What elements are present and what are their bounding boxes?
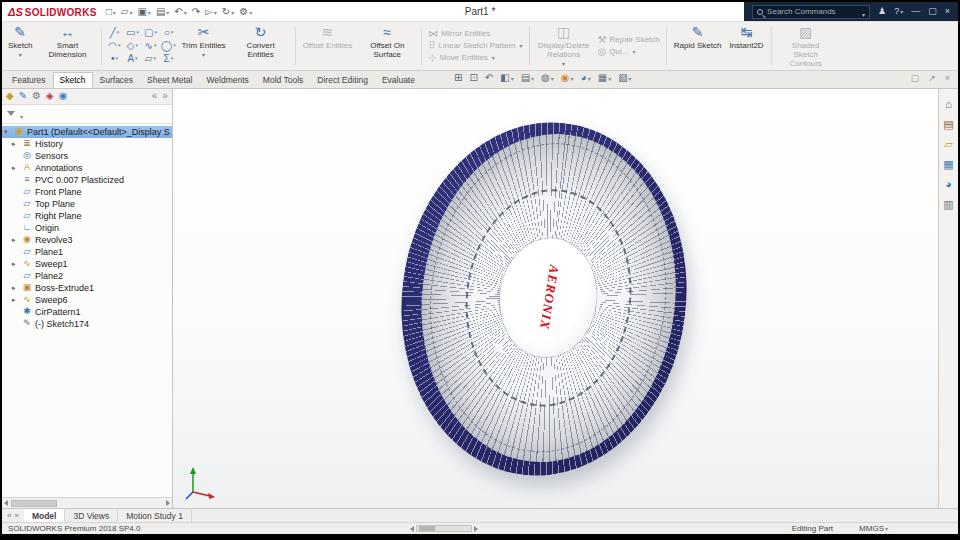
status-scrollbar[interactable] bbox=[410, 525, 478, 532]
undo-icon[interactable]: ↶ bbox=[173, 6, 187, 17]
tab-sketch[interactable]: Sketch bbox=[53, 72, 93, 88]
scene-icon[interactable]: ▦ bbox=[598, 73, 611, 83]
design-library-icon[interactable]: ▤ bbox=[943, 119, 953, 130]
equation-icon[interactable]: Σ bbox=[159, 52, 177, 65]
tree-item-plane2[interactable]: ▱Plane2 bbox=[2, 270, 172, 282]
redo-icon[interactable]: ↷ bbox=[191, 6, 201, 17]
tab-evaluate[interactable]: Evaluate bbox=[375, 72, 422, 88]
scroll-right-icon[interactable] bbox=[474, 526, 478, 532]
expander-icon[interactable] bbox=[12, 284, 19, 291]
previous-view-icon[interactable]: ↶ bbox=[485, 73, 493, 83]
tree-item-history[interactable]: ≣History bbox=[2, 138, 172, 150]
tree-item-pvc-0-007-plasticized[interactable]: ≡PVC 0.007 Plasticized bbox=[2, 174, 172, 186]
file-explorer-icon[interactable]: ▱ bbox=[944, 139, 952, 150]
scrollbar-thumb[interactable] bbox=[11, 500, 57, 507]
tab-sheet-metal[interactable]: Sheet Metal bbox=[140, 72, 199, 88]
panel-scroll-right-icon[interactable]: » bbox=[162, 91, 168, 101]
tree-item-front-plane[interactable]: ▱Front Plane bbox=[2, 186, 172, 198]
arc-icon[interactable]: ◠ bbox=[105, 39, 123, 52]
view-palette-icon[interactable]: ▦ bbox=[943, 159, 953, 170]
panel-scroll-left-icon[interactable]: « bbox=[152, 91, 158, 101]
point-icon[interactable]: • bbox=[105, 52, 123, 65]
bottom-tab-motion-study-1[interactable]: Motion Study 1 bbox=[118, 509, 192, 522]
expander-icon[interactable] bbox=[12, 164, 19, 171]
open-file-icon[interactable]: ▱ bbox=[120, 6, 134, 17]
dimxpert-manager-tab-icon[interactable]: ◈ bbox=[46, 91, 54, 101]
polygon-icon[interactable]: ◇ bbox=[123, 39, 141, 52]
scroll-left-icon[interactable] bbox=[4, 500, 8, 506]
filter-icon[interactable] bbox=[7, 111, 15, 116]
scrollbar-track[interactable] bbox=[416, 525, 472, 532]
tree-item-sensors[interactable]: ◎Sensors bbox=[2, 150, 172, 162]
text-icon[interactable]: A bbox=[123, 52, 141, 65]
move-entities-button[interactable]: ⊹ Move Entities bbox=[428, 53, 522, 63]
tab-mold-tools[interactable]: Mold Tools bbox=[256, 72, 310, 88]
filter-dropdown-icon[interactable] bbox=[19, 105, 23, 123]
expander-icon[interactable] bbox=[4, 128, 11, 135]
graphics-viewport[interactable]: AERONIX bbox=[173, 89, 938, 508]
tree-item-annotations[interactable]: AAnnotations bbox=[2, 162, 172, 174]
expander-icon[interactable] bbox=[12, 236, 19, 243]
display-pane-icon[interactable]: ▢ bbox=[911, 74, 920, 83]
trim-dropdown-icon[interactable] bbox=[202, 50, 205, 59]
circle-icon[interactable]: ○ bbox=[159, 26, 177, 39]
tree-item-revolve3[interactable]: ◉Revolve3 bbox=[2, 234, 172, 246]
trim-entities-button[interactable]: ✂ Trim Entities bbox=[177, 23, 229, 69]
linear-sketch-pattern-button[interactable]: ⠿ Linear Sketch Pattern bbox=[428, 41, 522, 51]
close-icon[interactable]: × bbox=[945, 7, 950, 16]
hide-show-icon[interactable]: ◉ bbox=[561, 73, 574, 83]
select-icon[interactable]: ▻ bbox=[204, 6, 218, 17]
options-icon[interactable]: ⚙ bbox=[238, 6, 253, 17]
resources-home-icon[interactable]: ⌂ bbox=[945, 99, 952, 110]
rapid-sketch-button[interactable]: ✎ Rapid Sketch bbox=[670, 23, 726, 69]
tree-item-boss-extrude1[interactable]: ▣Boss-Extrude1 bbox=[2, 282, 172, 294]
slot-icon[interactable]: ▢ bbox=[141, 26, 159, 39]
appearances-icon[interactable]: ◕ bbox=[945, 179, 952, 190]
tab-direct-editing[interactable]: Direct Editing bbox=[310, 72, 375, 88]
search-dropdown-icon[interactable] bbox=[861, 3, 865, 21]
shaded-sketch-contours-button[interactable]: ▨ Shaded Sketch Contours bbox=[775, 23, 837, 69]
help-icon[interactable]: ? bbox=[894, 7, 903, 16]
tree-item-origin[interactable]: ∟Origin bbox=[2, 222, 172, 234]
scroll-tabs-left-icon[interactable] bbox=[7, 511, 11, 520]
status-units[interactable]: MMGS bbox=[859, 524, 888, 533]
minimize-icon[interactable]: — bbox=[911, 7, 920, 16]
spline-icon[interactable]: ∿ bbox=[141, 39, 159, 52]
scroll-tabs-right-icon[interactable] bbox=[14, 511, 18, 520]
scroll-left-icon[interactable] bbox=[410, 526, 414, 532]
tree-item-cirpattern1[interactable]: ✱CirPattern1 bbox=[2, 306, 172, 318]
display-style-icon[interactable]: ◍ bbox=[541, 73, 554, 83]
sketch-button[interactable]: ✎ Sketch bbox=[4, 23, 36, 69]
tab-features[interactable]: Features bbox=[5, 72, 53, 88]
zoom-area-icon[interactable]: ⊡ bbox=[469, 73, 477, 83]
tree-item-right-plane[interactable]: ▱Right Plane bbox=[2, 210, 172, 222]
tree-item-plane1[interactable]: ▱Plane1 bbox=[2, 246, 172, 258]
user-icon[interactable]: ♟ bbox=[878, 7, 886, 16]
tree-item-sketch174[interactable]: ✎(-) Sketch174 bbox=[2, 318, 172, 330]
new-file-icon[interactable]: □ bbox=[105, 6, 117, 17]
fullscreen-icon[interactable]: ↗ bbox=[928, 74, 936, 83]
expander-icon[interactable] bbox=[12, 296, 19, 303]
offset-entities-button[interactable]: ≋ Offset Entities bbox=[299, 23, 357, 69]
mirror-entities-button[interactable]: ⋈ Mirror Entities bbox=[428, 29, 522, 39]
convert-entities-button[interactable]: ↻ Convert Entities bbox=[230, 23, 292, 69]
view-settings-icon[interactable]: ▧ bbox=[618, 73, 631, 83]
print-icon[interactable]: ▤ bbox=[155, 6, 170, 17]
ellipse-icon[interactable]: ◯ bbox=[159, 39, 177, 52]
feature-manager-tab-icon[interactable]: ◆ bbox=[6, 91, 14, 101]
plane-icon[interactable]: ▱ bbox=[141, 52, 159, 65]
tree-item-sweep6[interactable]: ∿Sweep6 bbox=[2, 294, 172, 306]
edit-appearance-icon[interactable]: ◕ bbox=[581, 73, 591, 83]
sketch-dropdown-icon[interactable] bbox=[19, 50, 22, 59]
expander-icon[interactable] bbox=[12, 140, 19, 147]
property-manager-tab-icon[interactable]: ✎ bbox=[19, 91, 27, 101]
tree-root-part1[interactable]: ▣ Part1 (Default<<Default>_Display S bbox=[2, 126, 172, 138]
tree-item-sweep1[interactable]: ∿Sweep1 bbox=[2, 258, 172, 270]
display-delete-relations-button[interactable]: ◫ Display/Delete Relations bbox=[533, 23, 595, 69]
tab-surfaces[interactable]: Surfaces bbox=[93, 72, 141, 88]
save-icon[interactable]: ▣ bbox=[136, 6, 151, 17]
zoom-fit-icon[interactable]: ⊞ bbox=[454, 73, 462, 83]
bottom-tab-3d-views[interactable]: 3D Views bbox=[65, 509, 118, 522]
custom-properties-icon[interactable]: ▥ bbox=[943, 199, 953, 210]
configuration-manager-tab-icon[interactable]: ⚙ bbox=[32, 91, 41, 101]
